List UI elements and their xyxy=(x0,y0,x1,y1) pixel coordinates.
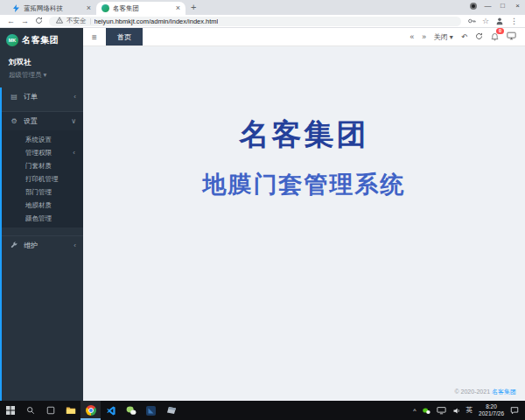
footer-company-link[interactable]: 名客集团 xyxy=(492,388,516,395)
not-secure-warning-icon xyxy=(56,17,63,25)
system-tray: ^ 英 8:20 2021/7/26 xyxy=(413,401,525,420)
reload-icon[interactable] xyxy=(35,17,43,26)
admin-topbar: ≡ 首页 « » 关闭 ▾ ↶ 0 xyxy=(83,28,525,46)
submenu-label: 打印机管理 xyxy=(25,175,59,184)
tray-expand-icon[interactable]: ^ xyxy=(413,408,416,414)
scroll-tabs-left-icon[interactable]: « xyxy=(410,32,414,41)
sidebar-item-system-settings[interactable]: 系统设置 xyxy=(2,133,83,146)
sidebar-item-label: 维护 xyxy=(24,241,38,250)
taskbar-clock[interactable]: 8:20 2021/7/26 xyxy=(479,403,504,417)
refresh-icon[interactable] xyxy=(475,32,483,42)
user-role-dropdown[interactable]: 超级管理员 ▾ xyxy=(9,71,74,80)
chevron-left-icon: ‹ xyxy=(73,149,83,157)
main-panel: ≡ 首页 « » 关闭 ▾ ↶ 0 xyxy=(83,28,525,401)
task-view-icon[interactable] xyxy=(40,401,60,420)
password-key-icon[interactable] xyxy=(467,13,476,29)
new-tab-button[interactable]: + xyxy=(191,3,196,12)
wechat-icon[interactable] xyxy=(121,401,141,420)
user-role-label: 超级管理员 xyxy=(9,71,42,79)
brand-logo-icon: MK xyxy=(6,34,18,46)
urlbar-actions: ☆ ⋮ xyxy=(467,13,518,29)
settings-submenu: 系统设置 管理权限 ‹ 门套材质 打印机管理 部门管理 xyxy=(2,130,83,228)
volume-icon[interactable] xyxy=(452,402,460,418)
sidebar-item-department-management[interactable]: 部门管理 xyxy=(2,186,83,199)
sidebar-item-printer-management[interactable]: 打印机管理 xyxy=(2,172,83,186)
tab-close-icon[interactable]: × xyxy=(87,4,91,12)
tab-search-icon[interactable] xyxy=(470,3,477,10)
forward-icon[interactable]: → xyxy=(21,18,29,25)
brand[interactable]: MK 名客集团 xyxy=(0,28,83,52)
content-area: 名客集团 地膜门套管理系统 © 2020-2021 名客集团 xyxy=(83,46,525,401)
file-explorer-icon[interactable] xyxy=(60,401,80,420)
start-button[interactable] xyxy=(0,401,20,420)
sidebar-item-settings[interactable]: ⚙ 设置 ∨ xyxy=(2,111,83,130)
browser-menu-icon[interactable]: ⋮ xyxy=(510,18,518,25)
sidebar-item-label: 设置 xyxy=(24,116,38,126)
not-secure-label: 不安全 xyxy=(66,17,87,25)
vscode-icon[interactable] xyxy=(101,401,121,420)
omnibox-divider xyxy=(90,18,91,24)
hero: 名客集团 地膜门套管理系统 xyxy=(83,115,525,200)
address-bar[interactable]: 不安全 heiyun.hbmkjt.com/admin/Index/index.… xyxy=(49,17,461,26)
sidebar-item-orders[interactable]: ▤ 订单 ‹ xyxy=(2,88,83,106)
page-title: 名客集团 xyxy=(83,115,525,155)
caret-down-icon: ▾ xyxy=(44,71,47,79)
blue-app-icon[interactable] xyxy=(141,401,161,420)
clock-date: 2021/7/26 xyxy=(479,410,504,417)
lantuo-favicon-icon xyxy=(12,4,20,12)
submenu-label: 地膜材质 xyxy=(25,201,52,210)
language-indicator[interactable]: 英 xyxy=(466,406,473,415)
fullscreen-monitor-icon[interactable] xyxy=(507,32,516,42)
tab-title: 名客集团 xyxy=(113,4,172,13)
back-icon[interactable]: ← xyxy=(7,18,15,25)
close-tabs-dropdown[interactable]: 关闭 ▾ xyxy=(434,32,453,42)
page-subtitle: 地膜门套管理系统 xyxy=(83,169,525,200)
page-footer: © 2020-2021 名客集团 xyxy=(454,388,516,396)
submenu-label: 部门管理 xyxy=(25,188,52,197)
sidebar-item-ground-film-material[interactable]: 地膜材质 xyxy=(2,199,83,212)
search-icon[interactable] xyxy=(20,401,40,420)
windows-taskbar: ^ 英 8:20 2021/7/26 xyxy=(0,401,525,420)
scroll-tabs-right-icon[interactable]: » xyxy=(422,32,426,41)
submenu-label: 管理权限 xyxy=(25,149,52,158)
chrome-taskbar-icon[interactable] xyxy=(80,401,101,420)
sidebar-item-admin-permissions[interactable]: 管理权限 ‹ xyxy=(2,146,83,159)
browser-tab-mingke[interactable]: 名客集团 × xyxy=(96,2,186,15)
topbar-actions: « » 关闭 ▾ ↶ 0 xyxy=(410,32,525,42)
browser-url-bar: ← → 不安全 heiyun.hbmkjt.com/admin/Index/in… xyxy=(0,15,525,28)
username: 刘双社 xyxy=(9,58,74,68)
window-minimize-button[interactable]: — xyxy=(480,0,495,11)
gray-app-icon[interactable] xyxy=(161,401,181,420)
tab-home[interactable]: 首页 xyxy=(106,28,143,46)
browser-tab-lantuo[interactable]: 蓝拓网络科技 × xyxy=(7,2,96,15)
tab-title: 蓝拓网络科技 xyxy=(24,4,83,13)
sidebar-item-door-cover-material[interactable]: 门套材质 xyxy=(2,159,83,172)
undo-icon[interactable]: ↶ xyxy=(461,32,467,41)
hamburger-menu-icon[interactable]: ≡ xyxy=(83,32,106,42)
window-maximize-button[interactable]: □ xyxy=(495,0,510,11)
gear-icon: ⚙ xyxy=(10,117,18,125)
sidebar-item-label: 订单 xyxy=(24,92,38,102)
profile-avatar-icon[interactable] xyxy=(495,13,504,29)
notification-bell-icon[interactable]: 0 xyxy=(491,32,499,41)
admin-app: MK 名客集团 刘双社 超级管理员 ▾ ▤ 订单 ‹ ⚙ 设置 xyxy=(0,28,525,401)
action-center-icon[interactable] xyxy=(510,402,519,418)
screen: 蓝拓网络科技 × 名客集团 × + — □ × ← → 不安全 heiyun. xyxy=(0,0,525,420)
network-icon[interactable] xyxy=(437,402,446,418)
submenu-label: 颜色管理 xyxy=(25,214,52,223)
submenu-label: 门套材质 xyxy=(25,162,52,171)
sidebar: MK 名客集团 刘双社 超级管理员 ▾ ▤ 订单 ‹ ⚙ 设置 xyxy=(0,28,83,401)
submenu-label: 系统设置 xyxy=(25,136,52,144)
close-tabs-label: 关闭 xyxy=(434,32,448,42)
notification-badge: 0 xyxy=(496,28,504,34)
user-block: 刘双社 超级管理员 ▾ xyxy=(0,52,83,88)
wechat-tray-icon[interactable] xyxy=(423,402,430,418)
bookmark-star-icon[interactable]: ☆ xyxy=(482,18,489,25)
caret-down-icon: ▾ xyxy=(450,33,453,41)
taskbar-apps xyxy=(0,401,181,420)
window-controls: — □ × xyxy=(466,0,525,11)
sidebar-item-maintenance[interactable]: 维护 ‹ xyxy=(2,235,83,255)
sidebar-item-color-management[interactable]: 颜色管理 xyxy=(2,212,83,225)
tab-close-icon[interactable]: × xyxy=(176,4,180,12)
window-close-button[interactable]: × xyxy=(510,0,525,11)
